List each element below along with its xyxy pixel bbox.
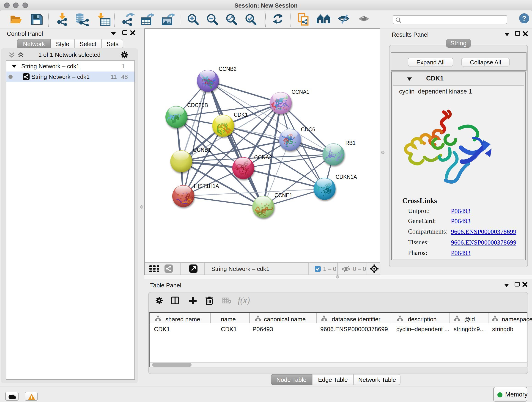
svg-text:HIST1H1A: HIST1H1A bbox=[194, 183, 219, 189]
svg-text:CCNB2: CCNB2 bbox=[219, 66, 236, 72]
svg-text:CCNA2: CCNA2 bbox=[254, 154, 272, 160]
svg-text:CDC6: CDC6 bbox=[301, 127, 315, 133]
svg-text:CDC25B: CDC25B bbox=[187, 102, 208, 108]
svg-text:CDKN1A: CDKN1A bbox=[336, 174, 357, 180]
svg-text:RB1: RB1 bbox=[345, 140, 355, 146]
svg-text:CCNA1: CCNA1 bbox=[291, 89, 309, 95]
svg-text:CCNE1: CCNE1 bbox=[274, 192, 292, 198]
svg-text:CCNB1: CCNB1 bbox=[193, 147, 211, 153]
svg-text:CDK1: CDK1 bbox=[234, 112, 248, 118]
